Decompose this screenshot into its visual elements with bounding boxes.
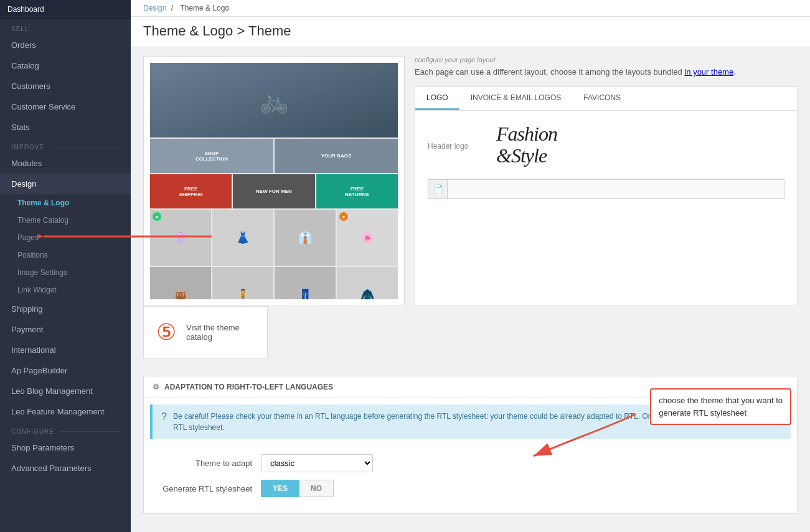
rtl-yes-button[interactable]: YES <box>261 480 299 497</box>
generate-rtl-label: Generate RTL stylesheet <box>153 484 252 493</box>
sidebar-item-advanced-params[interactable]: Advanced Parameters <box>0 458 131 478</box>
tab-logo[interactable]: LOGO <box>415 87 459 110</box>
preview-hero <box>150 63 398 138</box>
theme-adapt-label: Theme to adapt <box>153 459 252 468</box>
preview-banner-bags: YOUR BAGS <box>275 139 398 173</box>
preview-product2-2: 🧍 <box>212 267 273 299</box>
theme-catalog-card[interactable]: ⑤ Visit the theme catalog <box>143 306 268 358</box>
theme-catalog-label: Visit the theme catalog <box>186 323 255 342</box>
preview-banner-row: SHOPCOLLECTION YOUR BAGS <box>150 139 398 173</box>
configure-page-layout-text: configure your page layout <box>415 56 798 63</box>
sidebar-arrow-container: Theme & Logo <box>0 194 131 212</box>
rtl-section-wrapper: ⚙ ADAPTATION TO RIGHT-TO-LEFT LANGUAGES … <box>143 376 798 514</box>
breadcrumb: Design / Theme & Logo <box>131 0 810 17</box>
header-logo-label: Header logo <box>428 123 484 151</box>
sidebar-item-leo-blog[interactable]: Leo Blog Management <box>0 381 131 401</box>
preview-hero-bg <box>150 63 398 138</box>
file-input-bar[interactable] <box>448 179 784 199</box>
sidebar-item-ap-pagebuilder[interactable]: Ap PageBuilder <box>0 360 131 381</box>
tab-invoice-email[interactable]: INVOICE & EMAIL LOGOS <box>459 87 573 110</box>
page-title-bar: Theme & Logo > Theme <box>131 17 810 47</box>
sidebar-item-orders[interactable]: Orders <box>0 35 131 55</box>
logo-header-row: Header logo Fashion&Style <box>428 123 784 167</box>
logo-image-area: Fashion&Style <box>496 123 557 167</box>
preview-products-row-1: ● 👚 👗 👔 ● 🌸 <box>150 210 398 266</box>
sidebar-sub-theme-logo[interactable]: Theme & Logo <box>0 194 131 212</box>
layout-description: Each page can use a different layout, ch… <box>415 66 798 79</box>
layout-link[interactable]: in your theme <box>684 67 733 77</box>
preview-banner-shipping: FREESHIPPING <box>150 174 232 208</box>
preview-product-3: 👔 <box>275 210 336 266</box>
sidebar-section-improve: IMPROVE <box>0 138 131 153</box>
sidebar-section-sell: SELL <box>0 19 131 35</box>
preview-banner-shop: SHOPCOLLECTION <box>150 139 273 173</box>
top-content-row: SHOPCOLLECTION YOUR BAGS FREESHIPPING NE… <box>143 56 798 306</box>
logo-tabs: LOGO INVOICE & EMAIL LOGOS FAVICONS <box>415 87 797 111</box>
preview-product2-1: 👜 <box>150 267 211 299</box>
preview-products-row-2: 👜 🧍 👖 🧥 <box>150 267 398 299</box>
breadcrumb-theme-logo: Theme & Logo <box>180 4 229 12</box>
info-icon: ? <box>161 411 167 422</box>
preview-product-2: 👗 <box>212 210 273 266</box>
file-upload-icon[interactable]: 📄 <box>428 179 448 199</box>
page-title: Theme & Logo > Theme <box>143 23 798 39</box>
sidebar-item-shipping[interactable]: Shipping <box>0 299 131 319</box>
logo-content: Header logo Fashion&Style 📄 <box>415 111 797 212</box>
sidebar-sub-pages[interactable]: Pages <box>0 229 131 246</box>
sidebar-sub-theme-catalog[interactable]: Theme Catalog <box>0 212 131 229</box>
sidebar-item-modules[interactable]: Modules <box>0 153 131 174</box>
rtl-no-button[interactable]: NO <box>299 480 334 497</box>
sidebar-item-shop-params[interactable]: Shop Parameters <box>0 437 131 458</box>
sidebar-item-customer-service[interactable]: Customer Service <box>0 96 131 117</box>
sidebar-item-design[interactable]: Design <box>0 174 131 194</box>
content-area: SHOPCOLLECTION YOUR BAGS FREESHIPPING NE… <box>131 47 810 531</box>
sidebar-item-international[interactable]: International <box>0 340 131 360</box>
main-content: Design / Theme & Logo Theme & Logo > The… <box>131 0 810 532</box>
rtl-toggle: YES NO <box>261 480 334 497</box>
sidebar: Dashboard SELL Orders Catalog Customers … <box>0 0 131 532</box>
fashion-logo: Fashion&Style <box>496 123 557 167</box>
preview-badge-1: ● <box>153 212 161 221</box>
preview-banner-row-2: FREESHIPPING NEW FOR MEN FREERETURNS <box>150 174 398 208</box>
preview-product2-4: 🧥 <box>337 267 398 299</box>
rtl-title: ADAPTATION TO RIGHT-TO-LEFT LANGUAGES <box>164 383 333 391</box>
html5-icon: ⑤ <box>156 319 176 345</box>
sidebar-item-stats[interactable]: Stats <box>0 117 131 138</box>
theme-preview-image: SHOPCOLLECTION YOUR BAGS FREESHIPPING NE… <box>150 63 398 299</box>
file-upload-row: 📄 <box>428 179 784 199</box>
breadcrumb-separator: / <box>171 4 173 12</box>
theme-adapt-select[interactable]: classic <box>261 454 373 472</box>
sidebar-section-configure: CONFIGURE <box>0 422 131 437</box>
theme-preview-card: SHOPCOLLECTION YOUR BAGS FREESHIPPING NE… <box>143 56 405 306</box>
sidebar-sub-image-settings[interactable]: Image Settings <box>0 264 131 281</box>
theme-adapt-row: Theme to adapt classic <box>153 454 788 472</box>
logo-panel: LOGO INVOICE & EMAIL LOGOS FAVICONS Head… <box>415 86 798 306</box>
preview-badge-4: ● <box>339 212 348 221</box>
sidebar-sub-positions[interactable]: Positions <box>0 246 131 264</box>
gear-icon: ⚙ <box>153 383 159 391</box>
sidebar-item-leo-feature[interactable]: Leo Feature Management <box>0 401 131 422</box>
tab-favicons[interactable]: FAVICONS <box>572 87 632 110</box>
sidebar-sub-link-widget[interactable]: Link Widget <box>0 281 131 299</box>
breadcrumb-design[interactable]: Design <box>143 4 166 12</box>
right-panel-wrapper: configure your page layout Each page can… <box>415 56 798 306</box>
preview-product-4: ● 🌸 <box>337 210 398 266</box>
sidebar-item-payment[interactable]: Payment <box>0 319 131 340</box>
generate-rtl-row: Generate RTL stylesheet YES NO <box>153 480 788 497</box>
rtl-form: Theme to adapt classic Generate RTL styl… <box>144 446 797 513</box>
preview-product-1: ● 👚 <box>150 210 211 266</box>
preview-product2-3: 👖 <box>275 267 336 299</box>
sidebar-item-catalog[interactable]: Catalog <box>0 55 131 76</box>
sidebar-top-label[interactable]: Dashboard <box>7 5 44 14</box>
bottom-row: ⑤ Visit the theme catalog <box>143 306 798 367</box>
preview-banner-returns: FREERETURNS <box>316 174 398 208</box>
annotation-box: choose the theme that you want to genera… <box>650 388 791 425</box>
sidebar-item-customers[interactable]: Customers <box>0 76 131 96</box>
sidebar-top: Dashboard <box>0 0 131 19</box>
preview-banner-men: NEW FOR MEN <box>233 174 314 208</box>
